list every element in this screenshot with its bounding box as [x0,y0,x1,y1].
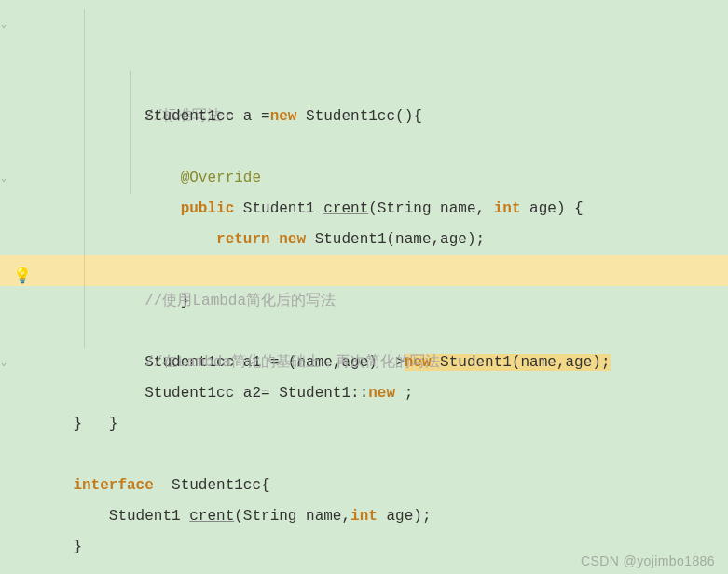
watermark-text: CSDN @yojimbo1886 [581,554,715,568]
code-line[interactable]: ⌄ } [0,348,728,378]
indent-guide [130,163,131,194]
code-line[interactable]: } [0,378,728,409]
indent-guide [130,71,131,102]
code-editor[interactable]: ⌄ //标准写法： Student1cc a =new Student1cc()… [0,0,728,532]
indent-guide [84,9,85,40]
code-line[interactable]: ⌄ } [0,163,728,194]
brace: } [73,539,82,555]
indent-guide [84,132,85,163]
code-line[interactable]: //在Lambda简化的基础上，再次简化的写法 [0,286,728,317]
code-line[interactable]: Student1cc a =new Student1cc(){ [0,40,728,71]
code-line[interactable]: Student1 crent(String name,int age); [0,471,728,501]
code-line[interactable]: } [0,501,728,532]
indent-guide [84,40,85,71]
indent-guide [84,194,85,225]
indent-guide [84,102,85,132]
code-line[interactable] [0,409,728,440]
code-line[interactable]: return new Student1(name,age); [0,132,728,163]
indent-guide [84,163,85,194]
code-line[interactable]: interface Student1cc{ [0,440,728,471]
code-line[interactable]: ⌄ //标准写法： [0,9,728,40]
indent-guide [130,132,131,163]
indent-guide [84,317,85,348]
indent-guide [84,71,85,102]
code-line[interactable]: //使用Lambda简化后的写法 [0,225,728,255]
indent-guide [84,286,85,317]
indent-guide [84,225,85,255]
indent-guide [130,102,131,132]
fold-marker-icon: ⌄ [0,163,7,194]
code-line[interactable]: public Student1 crent(String name, int a… [0,102,728,132]
code-line[interactable]: @Override [0,71,728,102]
code-line[interactable]: Student1cc a2= Student1::new ; [0,317,728,348]
code-line[interactable]: }; [0,194,728,225]
code-line-highlighted[interactable]: 💡 Student1cc a1 = (name,age) ->new Stude… [0,255,728,286]
fold-marker-icon: ⌄ [0,348,7,378]
fold-marker-icon: ⌄ [0,9,7,40]
indent-guide [84,255,85,286]
